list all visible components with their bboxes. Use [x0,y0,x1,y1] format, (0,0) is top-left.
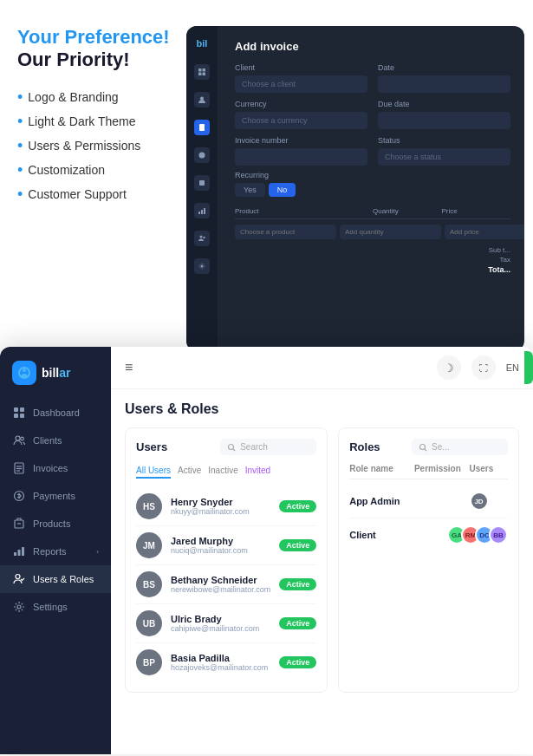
sidebar-item-reports[interactable]: Reports › [0,538,111,565]
logo-icon [12,361,36,385]
grid-icon [12,406,26,420]
sidebar-item-payments[interactable]: Payments [0,482,111,510]
svg-text:$: $ [201,153,204,158]
role-users-client: GA RM DC BB [447,525,508,544]
date-input[interactable]: 08-09-2021 [378,75,510,93]
svg-rect-34 [14,552,16,556]
content-area: Users & Roles Users All Users [111,389,533,754]
dashboard-sidebar: billar Dashboard Clients [0,347,111,754]
mini-nav-invoices[interactable] [194,120,210,135]
dashboard-card: billar Dashboard Clients [0,347,533,754]
users-panel-title: Users [136,440,167,453]
svg-rect-12 [198,212,200,214]
sidebar-item-clients[interactable]: Clients [0,427,111,454]
due-date-input[interactable]: 08-09-2021 [378,112,510,129]
sidebar-item-settings[interactable]: Settings [0,593,111,621]
feature-list: Logo & Branding Light & Dark Theme Users… [17,89,173,202]
client-input[interactable] [235,75,367,93]
status-input[interactable] [378,148,510,166]
feature-item-5: Customer Support [17,186,173,202]
sidebar-label-reports: Reports [33,546,89,557]
total-row: Tota... [235,265,510,274]
feature-item-2: Light & Dark Theme [17,114,173,129]
users-filter-tabs: All Users Active Inactive Invited [136,464,316,479]
invoice-form: Add invoice Client Date 08-09-2021 Curre… [235,40,510,274]
svg-point-24 [16,436,20,440]
mini-nav-reports[interactable] [194,203,210,218]
user-name-jared: Jared Murphy [171,536,270,546]
svg-rect-20 [14,407,18,412]
user-name-henry: Henry Snyder [171,497,270,507]
language-selector[interactable]: EN [506,362,519,373]
admin-avatar-group: JD [470,492,489,511]
svg-point-41 [420,444,426,449]
sidebar-item-dashboard[interactable]: Dashboard [0,399,111,427]
svg-point-19 [23,368,26,372]
avatar-bethany: BS [136,571,162,597]
svg-rect-36 [22,547,24,556]
role-users-admin: JD [470,492,508,511]
theme-toggle-button[interactable]: ☽ [437,355,461,380]
invoice-logo: bil [197,38,208,49]
menu-icon[interactable]: ≡ [125,360,133,375]
page-title: Users & Roles [125,401,519,417]
user-info-bethany: Bethany Schneider nerewibowe@mailinator.… [171,575,270,594]
mini-nav-settings[interactable] [194,258,210,274]
roles-col-name: Role name [349,464,407,473]
svg-line-40 [233,449,235,451]
users-panel: Users All Users Active Inactive Invited [125,427,328,693]
topbar: ≡ ☽ ⛶ EN [111,347,533,389]
invoice-sidebar-mini: bil $ [186,26,218,351]
mini-nav-users[interactable] [194,231,210,246]
roles-table-header: Role name Permission Users [349,464,508,479]
sidebar-item-invoices[interactable]: Invoices [0,454,111,482]
product-input[interactable] [235,225,336,239]
mini-nav-products[interactable] [194,175,210,191]
mini-nav-dashboard[interactable] [194,64,210,80]
moon-icon: ☽ [444,362,454,375]
users-search-input[interactable] [240,442,309,452]
sidebar-label-users-roles: Users & Roles [33,574,99,584]
svg-point-39 [229,444,234,449]
dollar-icon [12,489,26,503]
mini-nav-clients[interactable] [194,92,210,108]
role-avatar-bb: BB [489,525,508,544]
svg-point-38 [17,605,21,609]
user-email-jared: nuciq@mailinator.com [171,546,270,555]
roles-search-input[interactable] [432,442,501,452]
user-row-jared: JM Jared Murphy nuciq@mailinator.com Act… [136,526,316,565]
client-field: Client [235,63,367,93]
quantity-input[interactable] [340,225,441,239]
role-row-client: Client GA RM DC BB [349,518,508,551]
sidebar-item-products[interactable]: Products [0,510,111,538]
file-icon [12,461,26,475]
panels-row: Users All Users Active Inactive Invited [125,427,519,693]
roles-panel: Roles Role name Permission Users [338,427,519,693]
filter-tab-active[interactable]: Active [178,464,201,479]
user-info-jared: Jared Murphy nuciq@mailinator.com [171,536,270,555]
recurring-no-button[interactable]: No [269,183,296,197]
expand-button[interactable]: ⛶ [471,355,496,380]
recurring-yes-button[interactable]: Yes [235,183,265,197]
recurring-toggle: Yes No [235,183,510,197]
hero-panel: Your Preference! Our Priority! Logo & Br… [0,0,191,364]
currency-input[interactable] [235,112,367,129]
status-bethany: Active [279,578,316,590]
users-panel-header: Users [136,439,316,455]
price-input[interactable] [445,225,524,239]
user-name-ulric: Ulric Brady [171,614,270,624]
svg-rect-23 [20,414,24,418]
status-jared: Active [279,539,316,551]
filter-tab-all[interactable]: All Users [136,464,171,479]
roles-search-box[interactable] [412,439,508,455]
svg-rect-2 [198,73,202,76]
svg-rect-22 [14,414,18,418]
filter-tab-invited[interactable]: Invited [245,464,270,479]
filter-tab-inactive[interactable]: Inactive [208,464,237,479]
sidebar-item-users-roles[interactable]: Users & Roles [0,565,111,593]
svg-point-4 [200,97,204,101]
sidebar-label-payments: Payments [33,491,99,501]
mini-nav-payments[interactable]: $ [194,147,210,163]
users-search-box[interactable] [220,439,316,455]
invoice-number-input[interactable]: 16 [235,148,367,166]
